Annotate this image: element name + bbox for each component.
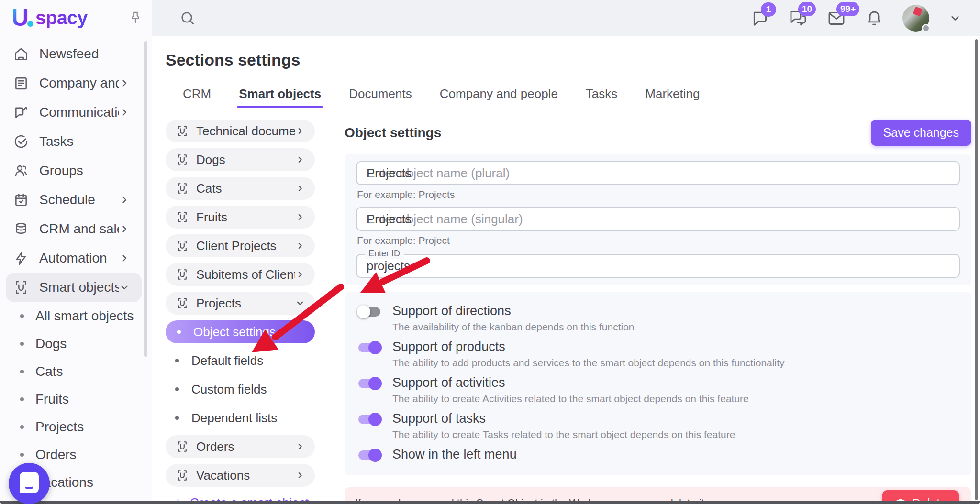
smart-object-icon <box>176 153 189 166</box>
tab-company-and-people[interactable]: Company and people <box>440 87 558 108</box>
object-item-orders[interactable]: Orders <box>166 435 315 458</box>
object-item-label: Projects <box>196 296 295 311</box>
sidebar-item-label: Newsfeed <box>39 46 130 62</box>
object-item-technical-documents[interactable]: Technical documents <box>166 120 315 142</box>
object-item-vacations[interactable]: Vacations <box>166 464 315 487</box>
projects-subitem-custom-fields[interactable]: Custom fields <box>166 378 315 401</box>
sidebar-item-crm-and-sales[interactable]: CRM and sales <box>0 214 152 243</box>
chat-icon[interactable]: 1 <box>751 9 769 27</box>
sidebar-item-communication[interactable]: Communication ... <box>0 98 152 127</box>
sidebar-item-label: Communication ... <box>39 105 119 120</box>
show-in-left-menu-toggle[interactable] <box>357 448 382 462</box>
sidebar-subitem-projects[interactable]: Projects <box>0 413 152 441</box>
sidebar-item-schedule[interactable]: Schedule <box>0 185 152 214</box>
name-settings-card: Enter object name (plural) Projects For … <box>345 154 971 285</box>
sidebar-subitem-all-smart-objects[interactable]: All smart objects <box>0 302 152 330</box>
object-item-fruits[interactable]: Fruits <box>166 206 315 229</box>
bell-icon[interactable] <box>865 9 883 27</box>
mail-badge: 99+ <box>836 2 859 16</box>
bullet-dot <box>20 342 24 346</box>
pin-sidebar-icon[interactable] <box>128 11 143 25</box>
uspacy-app: U spacy Newsfeed Company and pe... Commu… <box>0 0 980 504</box>
profile-chevron-down-icon[interactable] <box>948 11 962 25</box>
sidebar-item-tasks[interactable]: Tasks <box>0 127 152 156</box>
projects-subitem-dependent-lists[interactable]: Dependent lists <box>166 406 315 429</box>
support-of-products-toggle[interactable] <box>357 340 382 355</box>
toggle-label: Support of tasks <box>392 411 735 426</box>
logo-row: U spacy <box>0 0 152 31</box>
projects-subitem-object-settings[interactable]: Object settings <box>166 320 315 343</box>
chevron-right-icon <box>295 154 305 165</box>
chevron-right-icon <box>119 223 130 235</box>
sidebar-scrollbar[interactable] <box>144 41 147 357</box>
toggle-row-support-of-activities: Support of activities The ability to cre… <box>356 375 960 405</box>
chevron-right-icon <box>295 126 305 136</box>
chevron-right-icon <box>295 212 305 222</box>
object-item-label: Vacations <box>196 468 295 483</box>
support-of-directions-toggle[interactable] <box>357 305 382 319</box>
object-item-label: Client Projects <box>196 239 295 253</box>
logo-text: spacy <box>35 7 87 29</box>
sidebar: U spacy Newsfeed Company and pe... Commu… <box>0 0 152 504</box>
sidebar-item-smart-objects[interactable]: Smart objects <box>6 273 142 302</box>
tab-crm[interactable]: CRM <box>183 87 211 108</box>
object-item-projects[interactable]: Projects <box>166 292 315 315</box>
support-of-activities-toggle[interactable] <box>357 376 382 391</box>
chevron-right-icon <box>295 470 305 481</box>
chevron-down-icon <box>295 298 305 308</box>
page-scrollbar[interactable] <box>975 39 978 500</box>
object-id-input[interactable]: Enter ID projects <box>356 254 960 278</box>
bullet-dot <box>20 314 24 318</box>
chevron-down-icon <box>119 282 130 293</box>
projects-subitem-default-fields[interactable]: Default fields <box>166 349 315 372</box>
sidebar-item-newsfeed[interactable]: Newsfeed <box>0 39 152 68</box>
smart-object-icon <box>176 268 189 281</box>
object-name-plural-input[interactable]: Enter object name (plural) Projects <box>356 161 960 185</box>
sidebar-item-groups[interactable]: Groups <box>0 156 152 185</box>
chat-bubble-icon <box>20 472 39 493</box>
tab-smart-objects[interactable]: Smart objects <box>239 87 321 108</box>
sidebar-subitem-cats[interactable]: Cats <box>0 358 152 385</box>
projects-subitem-label: Object settings <box>193 325 276 340</box>
content-area: Technical documents Dogs Cats Fruits <box>166 120 980 504</box>
bullet-dot <box>20 453 24 457</box>
sidebar-subitem-dogs[interactable]: Dogs <box>0 330 152 358</box>
toggle-row-support-of-products: Support of products The ability to add p… <box>356 340 960 369</box>
avatar[interactable] <box>902 5 929 32</box>
object-item-label: Dogs <box>196 153 295 167</box>
chevron-right-icon <box>295 441 305 452</box>
support-chat-fab[interactable] <box>9 463 50 504</box>
object-item-subitems-of-client-projects[interactable]: Subitems of Client Proje... <box>166 263 315 286</box>
search-icon[interactable] <box>179 10 196 27</box>
window-bottom-edge <box>0 501 980 504</box>
object-item-label: Cats <box>196 181 295 196</box>
smart-object-icon <box>176 125 189 137</box>
toggle-description: The availability of the kanban depends o… <box>392 321 635 333</box>
save-changes-button[interactable]: Save changes <box>871 120 971 146</box>
tab-marketing[interactable]: Marketing <box>645 87 700 108</box>
smart-object-icon <box>176 297 189 309</box>
coins-icon <box>13 221 29 237</box>
projects-subitem-label: Custom fields <box>191 382 267 397</box>
smart-object-icon <box>176 469 189 482</box>
sidebar-item-label: Schedule <box>39 192 119 208</box>
sidebar-subitem-fruits[interactable]: Fruits <box>0 385 152 413</box>
chevron-right-icon <box>119 252 130 264</box>
toggle-row-support-of-tasks: Support of tasks The ability to create T… <box>356 411 960 440</box>
object-item-cats[interactable]: Cats <box>166 177 315 200</box>
chevron-right-icon <box>295 183 305 194</box>
object-item-dogs[interactable]: Dogs <box>166 148 315 171</box>
tab-tasks[interactable]: Tasks <box>586 87 617 108</box>
object-item-client-projects[interactable]: Client Projects <box>166 234 315 257</box>
object-name-singular-input[interactable]: Enter object name (singular) Projects <box>356 207 960 231</box>
tab-documents[interactable]: Documents <box>349 87 412 108</box>
sidebar-item-automation[interactable]: Automation <box>0 243 152 273</box>
bullet-dot <box>175 359 179 362</box>
chat-badge: 1 <box>761 2 776 17</box>
group-chat-icon[interactable]: 10 <box>789 9 808 28</box>
mail-icon[interactable]: 99+ <box>827 9 846 28</box>
sidebar-item-company-and-people[interactable]: Company and pe... <box>0 68 152 98</box>
toggle-label: Support of products <box>392 340 784 354</box>
support-of-tasks-toggle[interactable] <box>357 412 382 427</box>
check-circle-icon <box>13 134 29 149</box>
